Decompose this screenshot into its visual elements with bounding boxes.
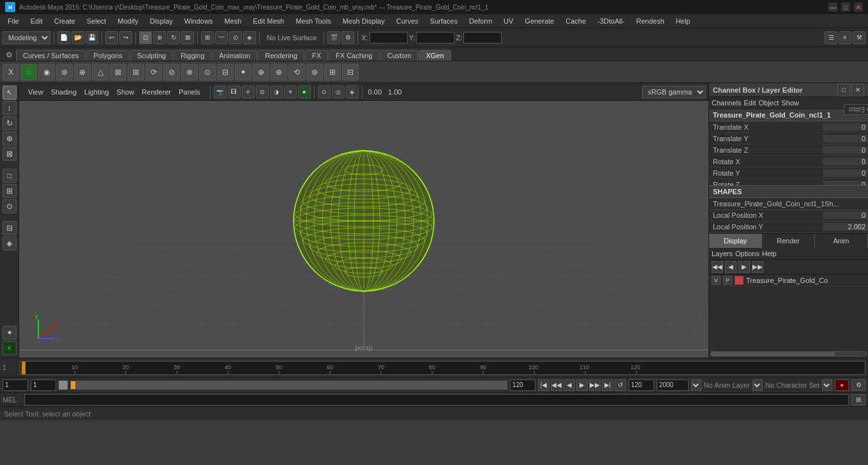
cb-menu-edit[interactable]: Edit (744, 99, 756, 107)
move-tool-lt[interactable]: ↕ (3, 101, 17, 115)
paint-sel-lt[interactable]: ⊙ (3, 199, 17, 213)
layer-ctrl-next[interactable]: ▶ (738, 261, 750, 273)
vp-menu-view[interactable]: View (24, 87, 47, 97)
shelf-icon-15[interactable]: ⊕ (253, 64, 269, 80)
attribute-editor-tab[interactable]: Attribute Editor (844, 104, 868, 115)
viewport[interactable]: View Shading Lighting Show Renderer Pane… (19, 83, 708, 358)
shelf-icon-2[interactable]: ○ (20, 64, 37, 80)
vp-grid-btn[interactable]: # (242, 86, 255, 98)
undo-button[interactable]: ↩ (105, 31, 118, 44)
vp-menu-panels[interactable]: Panels (175, 87, 204, 97)
attr-translate-z[interactable]: Translate Z 0 (709, 144, 868, 156)
new-file-button[interactable]: 📄 (57, 31, 70, 44)
select-tool-button[interactable]: ⊡ (139, 31, 152, 44)
time-slider[interactable] (70, 381, 507, 390)
preferences-btn[interactable]: ⚙ (851, 379, 865, 391)
window-controls[interactable]: — □ ✕ (828, 3, 863, 11)
redo-button[interactable]: ↪ (119, 31, 132, 44)
scale-tool-button[interactable]: ⊠ (181, 31, 194, 44)
menu-surfaces[interactable]: Surfaces (425, 16, 463, 26)
menu-windows[interactable]: Windows (179, 16, 218, 26)
shelf-icon-3[interactable]: ◉ (38, 64, 55, 80)
menu-display[interactable]: Display (145, 16, 178, 26)
select-tool-lt[interactable]: ↖ (3, 86, 17, 100)
rotate-tool-button[interactable]: ↻ (167, 31, 180, 44)
shelf-icon-18[interactable]: ⊛ (306, 64, 323, 80)
snap-grid-button[interactable]: ⊞ (201, 31, 214, 44)
end-frame-input[interactable] (629, 379, 654, 391)
shelf-icon-4[interactable]: ⊛ (56, 64, 73, 80)
step-back-btn[interactable]: ◀◀ (551, 379, 562, 391)
play-fwd-btn[interactable]: ▶ (576, 379, 588, 391)
mel-execute-btn[interactable]: ⊞ (851, 394, 865, 406)
layers-menu-options[interactable]: Options (735, 250, 760, 257)
layer-visibility-btn[interactable]: V (712, 276, 721, 285)
layer-ctrl-back[interactable]: ◀◀ (712, 261, 723, 273)
cb-expand-btn[interactable]: □ (837, 84, 850, 96)
close-button[interactable]: ✕ (854, 3, 863, 11)
attr-rotate-x[interactable]: Rotate X 0 (709, 156, 868, 167)
shelf-tab-xgen[interactable]: XGen (419, 50, 451, 61)
layer-row[interactable]: V P Treasure_Pirate_Gold_Co (709, 275, 868, 287)
x-input[interactable] (370, 32, 408, 43)
tool-settings-toggle[interactable]: ⚒ (853, 31, 865, 44)
rotate-tool-lt[interactable]: ↻ (3, 116, 17, 130)
vp-menu-lighting[interactable]: Lighting (80, 87, 113, 97)
save-file-button[interactable]: 💾 (86, 31, 98, 44)
maximize-button[interactable]: □ (841, 3, 850, 11)
render-settings-button[interactable]: ⚙ (341, 31, 354, 44)
menu-mesh[interactable]: Mesh (219, 16, 246, 26)
y-input[interactable] (416, 32, 454, 43)
layer-playback-btn[interactable]: P (723, 276, 732, 285)
vp-isolate-btn[interactable]: ⊙ (318, 86, 331, 98)
shelf-icon-12[interactable]: ⊙ (199, 64, 216, 80)
snap-point-button[interactable]: ⊙ (229, 31, 242, 44)
range-end-input[interactable] (510, 379, 535, 391)
attr-translate-x[interactable]: Translate X 0 (709, 121, 868, 133)
channel-box-toggle[interactable]: ☰ (825, 31, 837, 44)
vp-camera-btn[interactable]: 📷 (214, 86, 227, 98)
shelf-tab-sculpting[interactable]: Sculpting (130, 50, 173, 61)
vp-menu-show[interactable]: Show (113, 87, 138, 97)
menu-curves[interactable]: Curves (391, 16, 424, 26)
layers-menu-help[interactable]: Help (762, 250, 777, 257)
open-file-button[interactable]: 📂 (71, 31, 84, 44)
attr-editor-toggle[interactable]: ≡ (839, 31, 851, 44)
menu-file[interactable]: File (3, 16, 24, 26)
color-space-selector[interactable]: sRGB gamma (642, 86, 706, 98)
shelf-tab-fx-caching[interactable]: FX Caching (329, 50, 379, 61)
vp-shade-btn[interactable]: ◑ (270, 86, 283, 98)
vp-menu-shading[interactable]: Shading (47, 87, 80, 97)
shelf-icon-5[interactable]: ⊕ (74, 64, 91, 80)
shelf-tab-rigging[interactable]: Rigging (174, 50, 211, 61)
vp-film-btn[interactable]: 🎞 (228, 86, 241, 98)
menu-cache[interactable]: Cache (560, 16, 591, 26)
tab-anim[interactable]: Anim (815, 234, 868, 248)
z-input[interactable] (463, 32, 502, 43)
shelf-icon-19[interactable]: ⊞ (324, 64, 341, 80)
shelf-icon-10[interactable]: ⊘ (163, 64, 180, 80)
lt-btn-xgen[interactable]: X (3, 341, 17, 355)
shelf-tab-fx[interactable]: FX (305, 50, 328, 61)
current-frame-input[interactable] (3, 379, 28, 391)
shelf-icon-16[interactable]: ⊕ (271, 64, 287, 80)
cb-menu-show[interactable]: Show (781, 99, 799, 107)
layer-ctrl-fwd[interactable]: ▶▶ (752, 261, 763, 273)
snap-curve-button[interactable]: 〰 (215, 31, 228, 44)
menu-edit-mesh[interactable]: Edit Mesh (248, 16, 289, 26)
shelf-icon-6[interactable]: △ (92, 64, 108, 80)
shelf-tab-curves[interactable]: Curves / Surfaces (16, 50, 86, 61)
step-fwd-btn[interactable]: ▶▶ (589, 379, 601, 391)
attr-translate-y[interactable]: Translate Y 0 (709, 133, 868, 144)
menu-uv[interactable]: UV (498, 16, 518, 26)
menu-select[interactable]: Select (82, 16, 112, 26)
shelf-tab-rendering[interactable]: Rendering (258, 50, 304, 61)
shape-attr-local-pos-x[interactable]: Local Position X 0 (709, 210, 868, 222)
shelf-icon-17[interactable]: ⟲ (288, 64, 305, 80)
tab-display[interactable]: Display (709, 234, 762, 248)
timeline-ruler[interactable]: 1 10 20 30 40 50 60 70 80 90 1 (20, 361, 865, 375)
loop-btn[interactable]: ↺ (615, 379, 626, 391)
universal-manip-lt[interactable]: ⊠ (3, 147, 17, 161)
menu-help[interactable]: Help (671, 16, 696, 26)
menu-mesh-tools[interactable]: Mesh Tools (290, 16, 336, 26)
